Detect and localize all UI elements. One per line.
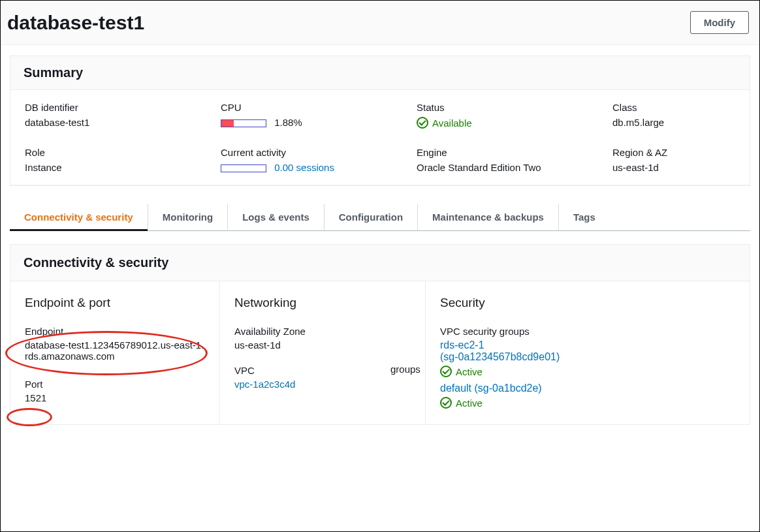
activity-value: 0.00 sessions <box>221 162 417 173</box>
tab-logs-events[interactable]: Logs & events <box>228 204 325 230</box>
tab-connectivity-security[interactable]: Connectivity & security <box>10 204 148 230</box>
engine-label: Engine <box>417 147 612 158</box>
db-identifier-label: DB identifier <box>25 102 221 113</box>
class-value: db.m5.large <box>612 117 735 128</box>
sg2-status: Active <box>440 397 735 409</box>
tab-configuration[interactable]: Configuration <box>325 204 418 230</box>
security-column: Security VPC security groups rds-ec2-1 (… <box>425 281 750 424</box>
status-value: Available <box>417 117 612 129</box>
vpc-label: VPC <box>234 365 411 376</box>
role-value: Instance <box>25 162 221 173</box>
sg2-status-text: Active <box>456 398 483 409</box>
vpc-link[interactable]: vpc-1a2c3c4d <box>234 379 295 390</box>
summary-heading: Summary <box>10 56 750 90</box>
networking-heading: Networking <box>234 296 411 310</box>
groups-floating-label: groups <box>390 364 420 375</box>
page-header: database-test1 Modify <box>1 1 759 45</box>
engine-value: Oracle Standard Edition Two <box>417 162 612 173</box>
endpoint-value: database-test1.123456789012.us-east-1.rd… <box>25 339 205 362</box>
sg-label: VPC security groups <box>440 326 735 337</box>
cpu-pct-text: 1.88% <box>274 117 302 128</box>
region-az-label: Region & AZ <box>612 147 735 158</box>
sessions-link[interactable]: 0.00 sessions <box>274 162 334 173</box>
az-value: us-east-1d <box>234 339 411 351</box>
endpoint-port-column: Endpoint & port Endpoint database-test1.… <box>10 281 219 424</box>
status-text: Available <box>432 117 472 129</box>
sg1-name-link[interactable]: rds-ec2-1 <box>440 339 484 351</box>
sg2-link[interactable]: default (sg-0a1bcd2e) <box>440 383 542 394</box>
detail-tabs: Connectivity & security Monitoring Logs … <box>10 204 750 231</box>
modify-button[interactable]: Modify <box>690 11 749 34</box>
endpoint-label: Endpoint <box>25 326 205 337</box>
activity-meter <box>221 164 266 172</box>
port-label: Port <box>25 379 205 390</box>
networking-column: Networking Availability Zone us-east-1d … <box>219 281 425 424</box>
summary-panel: Summary DB identifier database-test1 CPU… <box>10 55 750 185</box>
endpoint-port-heading: Endpoint & port <box>25 296 205 310</box>
db-identifier-value: database-test1 <box>25 117 221 128</box>
annotation-oval-port <box>7 408 52 426</box>
sg1-id-link[interactable]: (sg-0a1234567b8cd9e01) <box>440 351 560 362</box>
connectivity-heading: Connectivity & security <box>10 245 750 281</box>
check-circle-icon <box>440 366 452 377</box>
check-circle-icon <box>440 397 452 409</box>
cpu-meter-fill <box>221 120 234 127</box>
tab-monitoring[interactable]: Monitoring <box>148 204 228 230</box>
security-heading: Security <box>440 296 735 310</box>
az-label: Availability Zone <box>234 326 411 337</box>
cpu-value: 1.88% <box>221 117 417 128</box>
port-value: 1521 <box>25 392 205 403</box>
cpu-label: CPU <box>221 102 417 113</box>
activity-label: Current activity <box>221 147 417 158</box>
page-title: database-test1 <box>7 12 144 34</box>
sg1-status: Active <box>440 366 735 377</box>
sg1-status-text: Active <box>456 366 483 377</box>
class-label: Class <box>612 102 735 113</box>
role-label: Role <box>25 147 221 158</box>
tab-tags[interactable]: Tags <box>559 204 610 230</box>
check-circle-icon <box>417 117 428 129</box>
cpu-meter <box>221 119 266 127</box>
tab-maintenance-backups[interactable]: Maintenance & backups <box>418 204 559 230</box>
region-az-value: us-east-1d <box>612 162 735 173</box>
connectivity-panel: Connectivity & security groups Endpoint … <box>10 244 750 425</box>
status-label: Status <box>417 102 612 113</box>
